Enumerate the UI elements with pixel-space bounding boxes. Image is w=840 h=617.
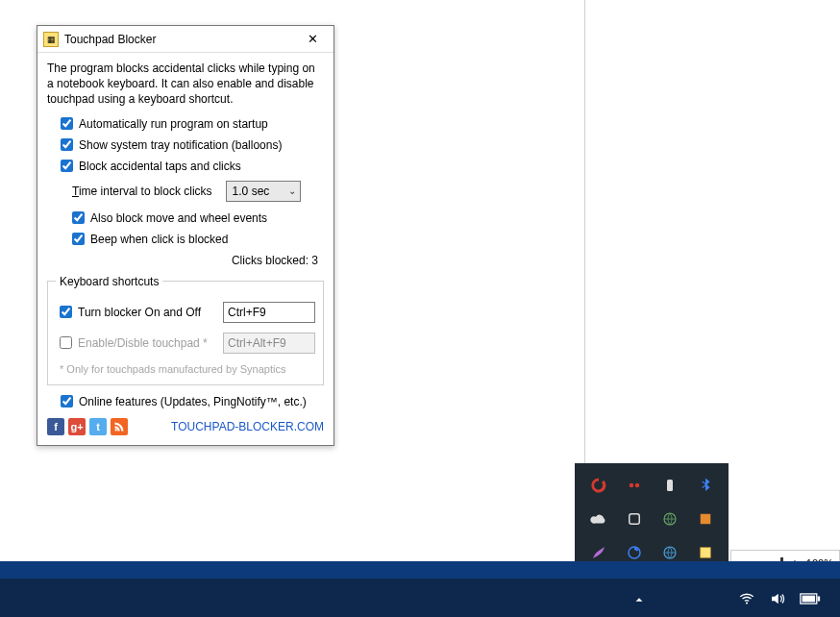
system-icons [738,590,821,611]
shortcut-enable-touchpad-row: Enable/Disble touchpad * [60,333,315,354]
option-balloons[interactable]: Show system tray notification (balloons) [61,138,324,152]
time-label: Time interval to block clicks [72,185,212,198]
website-link[interactable]: TOUCHPAD-BLOCKER.COM [171,420,324,433]
battery-icon[interactable] [800,592,821,609]
online-features-checkbox[interactable] [61,395,73,407]
dialog-footer: f g+ t TOUCHPAD-BLOCKER.COM [47,418,324,435]
system-tray-popup [575,463,729,575]
svg-rect-11 [818,596,821,601]
tray-chevron-up-icon[interactable] [630,593,648,609]
wifi-icon[interactable] [738,590,755,611]
enable-touchpad-checkbox[interactable] [60,336,72,349]
autorun-checkbox[interactable] [61,117,73,130]
googleplus-icon[interactable]: g+ [68,418,86,435]
taskbar-accent-strip [0,561,840,579]
taskbar[interactable] [0,579,840,617]
tray-cloud-icon[interactable] [582,505,614,534]
svg-rect-8 [700,547,710,557]
balloons-checkbox[interactable] [61,138,73,151]
balloons-label: Show system tray notification (balloons) [79,138,282,152]
twitter-icon[interactable]: t [89,418,107,435]
beep-label: Beep when click is blocked [90,233,228,246]
shortcuts-legend: Keyboard shortcuts [56,275,162,288]
toggle-label: Turn blocker On and Off [78,306,201,319]
shortcut-toggle-row: Turn blocker On and Off [60,302,315,323]
tray-item-3[interactable] [654,471,685,501]
online-features-label: Online features (Updates, PingNotify™, e… [79,395,307,408]
enable-touchpad-shortcut-input [223,333,315,354]
clicks-blocked-counter: Clicks blocked: 3 [47,254,318,267]
tray-item-2[interactable] [618,471,650,501]
enable-touchpad-label: Enable/Disble touchpad * [78,336,208,350]
option-autorun[interactable]: Automatically run program on startup [61,117,324,131]
option-beep[interactable]: Beep when click is blocked [72,233,324,246]
titlebar[interactable]: ▦ Touchpad Blocker ✕ [37,26,334,53]
autorun-label: Automatically run program on startup [79,117,268,131]
option-online-features[interactable]: Online features (Updates, PingNotify™, e… [61,395,324,408]
svg-rect-3 [629,514,639,525]
block-move-checkbox[interactable] [72,211,85,224]
facebook-icon[interactable]: f [47,418,64,435]
close-icon[interactable]: ✕ [297,30,328,49]
description-text: The program blocks accidental clicks whi… [47,61,324,108]
block-checkbox[interactable] [61,160,73,172]
beep-checkbox[interactable] [72,233,85,245]
svg-point-0 [629,483,633,488]
touchpad-blocker-dialog: ▦ Touchpad Blocker ✕ The program blocks … [37,25,334,446]
svg-rect-2 [667,480,673,491]
window-title: Touchpad Blocker [64,33,156,46]
keyboard-shortcuts-group: Keyboard shortcuts Turn blocker On and O… [47,275,324,385]
rss-icon[interactable] [111,418,128,435]
svg-rect-12 [803,596,816,603]
time-interval-select[interactable]: 1.0 sec ⌄ [226,181,301,202]
speaker-icon[interactable] [769,590,786,611]
svg-point-9 [746,602,748,604]
tray-globe-icon[interactable] [654,505,685,534]
time-interval-row: Time interval to block clicks 1.0 sec ⌄ [72,181,324,202]
tray-item-1[interactable] [582,471,614,501]
social-icons: f g+ t [47,418,128,435]
time-interval-value: 1.0 sec [233,185,270,198]
synaptics-footnote: * Only for touchpads manufactured by Syn… [60,363,315,375]
toggle-shortcut-input[interactable] [223,302,315,323]
svg-point-1 [634,483,639,488]
option-block-move[interactable]: Also block move and wheel events [72,211,324,225]
app-icon: ▦ [43,32,59,47]
tray-item-6[interactable] [618,505,650,534]
block-label: Block accidental taps and clicks [79,160,241,173]
tray-bluetooth-icon[interactable] [689,471,721,501]
block-move-label: Also block move and wheel events [90,211,267,225]
chevron-down-icon: ⌄ [288,185,296,196]
tray-item-8[interactable] [689,505,721,534]
svg-rect-5 [700,514,710,525]
toggle-checkbox[interactable] [60,306,72,318]
option-block[interactable]: Block accidental taps and clicks [61,160,324,173]
